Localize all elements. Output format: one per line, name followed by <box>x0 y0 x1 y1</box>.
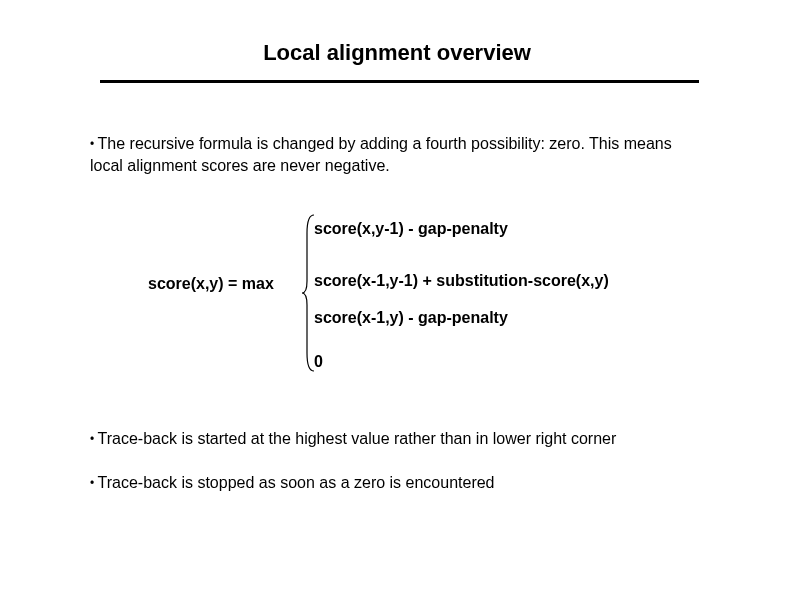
formula-option-4: 0 <box>314 351 609 373</box>
formula-option-2: score(x-1,y-1) + substitution-score(x,y) <box>314 270 609 292</box>
slide-content: • The recursive formula is changed by ad… <box>0 83 794 495</box>
bullet-point-3: • Trace-back is stopped as soon as a zer… <box>90 472 709 494</box>
bullet-dot: • <box>90 432 98 446</box>
formula-option-1: score(x,y-1) - gap-penalty <box>314 218 609 240</box>
slide-title: Local alignment overview <box>0 0 794 80</box>
bullet-point-2: • Trace-back is started at the highest v… <box>90 428 709 450</box>
formula-block: score(x,y) = max score(x,y-1) - gap-pena… <box>90 218 709 378</box>
bullet-point-1: • The recursive formula is changed by ad… <box>90 133 709 178</box>
bullet-text: The recursive formula is changed by addi… <box>90 135 672 174</box>
bullet-text: Trace-back is started at the highest val… <box>98 430 617 447</box>
formula-options: score(x,y-1) - gap-penalty score(x-1,y-1… <box>314 218 609 392</box>
bullet-dot: • <box>90 137 98 151</box>
formula-lhs: score(x,y) = max <box>148 273 274 295</box>
bullet-dot: • <box>90 477 98 491</box>
bullet-text: Trace-back is stopped as soon as a zero … <box>98 474 495 491</box>
formula-option-3: score(x-1,y) - gap-penalty <box>314 307 609 329</box>
